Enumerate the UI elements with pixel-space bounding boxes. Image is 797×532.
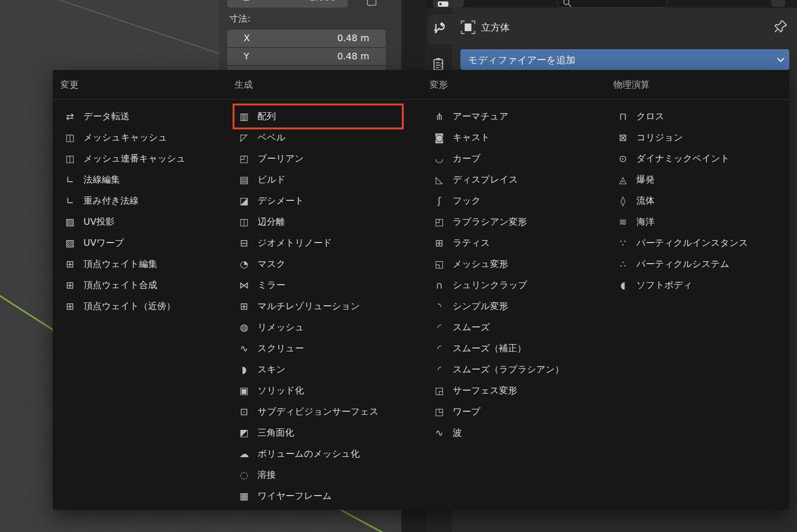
shrinkwrap-icon: ∩ <box>433 279 446 291</box>
menu-item[interactable]: ◩三角面化 <box>233 422 404 443</box>
search-input[interactable] <box>557 0 668 8</box>
add-modifier-button[interactable]: モディファイアーを追加 <box>460 49 789 70</box>
menu-item[interactable]: ▤ビルド <box>233 169 404 190</box>
menu-item[interactable]: ▦ワイヤーフレーム <box>233 486 404 507</box>
menu-item-label: 爆発 <box>636 173 655 186</box>
menu-column-header: 物理演算 <box>613 70 650 99</box>
blender-window: Z 1.000 寸法: X 0.48 m Y 0.48 m <box>0 0 797 532</box>
menu-item[interactable]: ∴パーティクルシステム <box>611 254 785 275</box>
filter-button[interactable] <box>771 0 785 7</box>
dimension-y-field[interactable]: Y 0.48 m <box>227 48 386 65</box>
menu-item[interactable]: ◬爆発 <box>611 169 785 190</box>
menu-item[interactable]: ◊流体 <box>611 190 785 211</box>
menu-item[interactable]: ⊞ラティス <box>428 232 599 254</box>
menu-item[interactable]: ∵パーティクルインスタンス <box>611 232 785 254</box>
menu-item[interactable]: ⊡サブディビジョンサーフェス <box>233 401 404 422</box>
menu-item-label: ボリュームのメッシュ化 <box>258 448 360 460</box>
menu-item[interactable]: ◡カーブ <box>428 148 599 169</box>
menu-item[interactable]: ◺ディスプレイス <box>428 169 599 190</box>
menu-item[interactable]: ◫辺分離 <box>233 211 404 232</box>
dimension-x-field[interactable]: X 0.48 m <box>227 30 386 47</box>
menu-item[interactable]: ⇄データ転送 <box>59 106 230 127</box>
menu-item-label: スキン <box>258 363 285 376</box>
menu-item[interactable]: ∿スクリュー <box>233 338 404 359</box>
menu-item[interactable]: ◔マスク <box>233 254 404 275</box>
menu-item[interactable]: ∿波 <box>428 422 599 443</box>
menu-item[interactable]: ⊞マルチレゾリューション <box>233 296 404 317</box>
menu-item[interactable]: ⋈ミラー <box>233 275 404 296</box>
remesh-icon: ◍ <box>237 322 251 333</box>
triangulate-icon: ◩ <box>237 427 251 439</box>
menu-item[interactable]: ☁ボリュームのメッシュ化 <box>233 443 404 464</box>
pin-icon[interactable] <box>774 19 788 35</box>
menu-item[interactable]: ◝シンプル変形 <box>428 296 599 317</box>
armature-icon: ⋔ <box>433 111 446 122</box>
breadcrumb-object-name[interactable]: 立方体 <box>481 21 510 34</box>
wrench-icon[interactable] <box>432 22 446 37</box>
menu-item[interactable]: ∟法線編集 <box>59 169 230 190</box>
menu-item-label: サブディビジョンサーフェス <box>258 405 378 418</box>
menu-item[interactable]: ◱メッシュ変形 <box>428 254 599 275</box>
menu-item[interactable]: ◗スキン <box>233 359 404 380</box>
menu-item[interactable]: ◜スムーズ（補正） <box>428 338 599 359</box>
menu-column-header: 変形 <box>430 70 448 99</box>
editor-type-button[interactable] <box>433 0 464 8</box>
lock-icon[interactable] <box>367 0 376 6</box>
menu-item[interactable]: ⊠コリジョン <box>611 127 785 148</box>
menu-item-label: 頂点ウェイト（近傍） <box>83 300 176 312</box>
menu-item[interactable]: ⋔アーマチュア <box>428 106 599 127</box>
search-icon <box>561 0 574 9</box>
menu-item[interactable]: ▨UV投影 <box>59 211 230 232</box>
menu-item-label: 流体 <box>636 195 655 207</box>
displace-icon: ◺ <box>433 174 446 185</box>
wireframe-icon: ▦ <box>237 490 251 502</box>
menu-item[interactable]: ◫メッシュ連番キャッシュ <box>59 148 230 169</box>
menu-item[interactable]: ◪デシメート <box>233 190 404 211</box>
menu-item[interactable]: ◖ソフトボディ <box>611 275 785 296</box>
dynamic-paint-icon: ⊙ <box>616 153 630 164</box>
weighted-normal-icon: ∟ <box>63 195 77 207</box>
menu-item[interactable]: ⊞頂点ウェイト合成 <box>59 275 230 296</box>
menu-item-label: デシメート <box>258 195 304 207</box>
scale-z-field[interactable]: Z 1.000 <box>227 0 348 8</box>
menu-item[interactable]: ∟重み付き法線 <box>59 190 230 211</box>
menu-item[interactable]: ◜スムーズ <box>428 317 599 338</box>
laplacian-smooth-icon: ◜ <box>433 364 446 375</box>
menu-item[interactable]: ◰ブーリアン <box>233 148 404 169</box>
menu-item[interactable]: ▥配列 <box>233 106 404 127</box>
menu-item-label: UVワープ <box>83 237 124 249</box>
data-transfer-icon: ⇄ <box>63 111 77 122</box>
menu-item[interactable]: ʃフック <box>428 190 599 211</box>
menu-item[interactable]: ▨UVワープ <box>59 232 230 254</box>
menu-item[interactable]: ◳ワープ <box>428 401 599 422</box>
menu-item[interactable]: ◰ラプラシアン変形 <box>428 211 599 232</box>
menu-item-label: 重み付き法線 <box>83 195 139 207</box>
menu-item[interactable]: ◸ベベル <box>233 127 404 148</box>
menu-item[interactable]: ◫メッシュキャッシュ <box>59 127 230 148</box>
menu-item-label: ワイヤーフレーム <box>258 490 332 502</box>
menu-item[interactable]: ◌溶接 <box>233 464 404 486</box>
menu-item[interactable]: ⊓クロス <box>611 106 785 127</box>
volume-to-mesh-icon: ☁ <box>237 448 251 460</box>
menu-item[interactable]: ◙キャスト <box>428 127 599 148</box>
menu-item-label: ディスプレイス <box>453 173 518 186</box>
build-icon: ▤ <box>237 174 251 185</box>
menu-item[interactable]: ⊞頂点ウェイト（近傍） <box>59 296 230 317</box>
menu-item-label: マスク <box>258 258 285 270</box>
menu-item[interactable]: ▣ソリッド化 <box>233 380 404 401</box>
menu-item[interactable]: ⊙ダイナミックペイント <box>611 148 785 169</box>
menu-item[interactable]: ⊟ジオメトリノード <box>233 232 404 254</box>
menu-item[interactable]: ⊞頂点ウェイト編集 <box>59 254 230 275</box>
menu-item[interactable]: ≋海洋 <box>611 211 785 232</box>
menu-item[interactable]: ◍リメッシュ <box>233 317 404 338</box>
menu-item[interactable]: ◲サーフェス変形 <box>428 380 599 401</box>
vertex-weight-mix-icon: ⊞ <box>63 279 77 291</box>
menu-item-label: ラティス <box>453 237 490 249</box>
field-value: 0.48 m <box>337 51 369 61</box>
dimension-z-field[interactable] <box>227 66 386 70</box>
clipboard-icon[interactable] <box>432 57 446 71</box>
menu-item[interactable]: ◜スムーズ（ラプラシアン） <box>428 359 599 380</box>
viewport-sidebar-panel: Z 1.000 寸法: X 0.48 m Y 0.48 m <box>219 0 401 70</box>
menu-item-label: ラプラシアン変形 <box>453 216 527 228</box>
menu-item[interactable]: ∩シュリンクラップ <box>428 275 599 296</box>
